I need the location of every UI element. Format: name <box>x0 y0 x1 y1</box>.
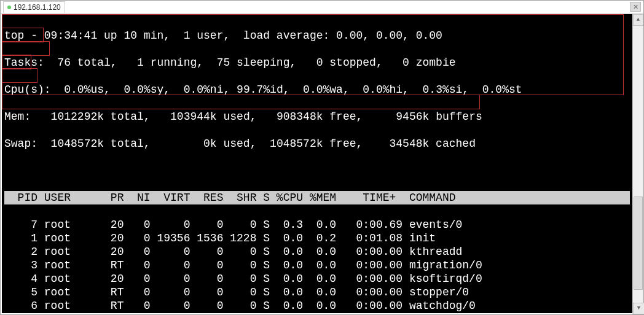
session-tab[interactable]: 192.168.1.120 <box>3 1 65 13</box>
vertical-scrollbar[interactable]: ▲ ▼ <box>632 14 643 314</box>
process-row: 7 root 20 0 0 0 0 S 0.3 0.0 0:00.69 even… <box>4 218 630 231</box>
blank-line <box>4 164 630 177</box>
tab-title-text: 192.168.1.120 <box>14 3 61 12</box>
terminal-output[interactable]: top - 09:34:41 up 10 min, 1 user, load a… <box>2 14 632 313</box>
header-highlight-box <box>2 95 480 109</box>
scrollbar-track[interactable] <box>633 25 643 304</box>
process-row: 8 root 20 0 0 0 0 S 0.0 0.0 0:00.00 cgro… <box>4 313 630 313</box>
top-line-swap: Swap: 1048572k total, 0k used, 1048572k … <box>4 137 630 150</box>
process-row: 3 root RT 0 0 0 0 S 0.0 0.0 0:00.00 migr… <box>4 259 630 272</box>
process-row: 5 root RT 0 0 0 0 S 0.0 0.0 0:00.00 stop… <box>4 286 630 299</box>
window-title-bar: 192.168.1.120 ✕ <box>1 1 643 14</box>
process-row: 6 root RT 0 0 0 0 S 0.0 0.0 0:00.00 watc… <box>4 299 630 313</box>
scrollbar-thumb[interactable] <box>634 196 643 290</box>
swap-label-highlight <box>2 68 37 83</box>
process-table-header: PID USER PR NI VIRT RES SHR S %CPU %MEM … <box>4 191 630 204</box>
close-button[interactable]: ✕ <box>630 2 641 12</box>
close-icon: ✕ <box>633 3 638 10</box>
process-row: 4 root 20 0 0 0 0 S 0.0 0.0 0:00.00 ksof… <box>4 272 630 286</box>
scroll-down-button[interactable]: ▼ <box>633 303 644 314</box>
terminal-window: 192.168.1.120 ✕ top - 09:34:41 up 10 min… <box>0 0 644 315</box>
top-line-uptime: top - 09:34:41 up 10 min, 1 user, load a… <box>4 29 630 42</box>
chevron-up-icon: ▲ <box>637 17 640 23</box>
top-line-tasks: Tasks: 76 total, 1 running, 75 sleeping,… <box>4 56 630 69</box>
top-line-cpu: Cpu(s): 0.0%us, 0.0%sy, 0.0%ni, 99.7%id,… <box>4 83 630 96</box>
process-row: 1 root 20 0 19356 1536 1228 S 0.0 0.2 0:… <box>4 231 630 245</box>
chevron-down-icon: ▼ <box>637 305 640 311</box>
cpu-label-highlight <box>2 41 50 56</box>
process-table-body: 7 root 20 0 0 0 0 S 0.3 0.0 0:00.69 even… <box>4 218 630 313</box>
top-line-mem: Mem: 1012292k total, 103944k used, 90834… <box>4 110 630 123</box>
status-dot-icon <box>7 6 11 9</box>
process-row: 2 root 20 0 0 0 0 S 0.0 0.0 0:00.00 kthr… <box>4 245 630 259</box>
